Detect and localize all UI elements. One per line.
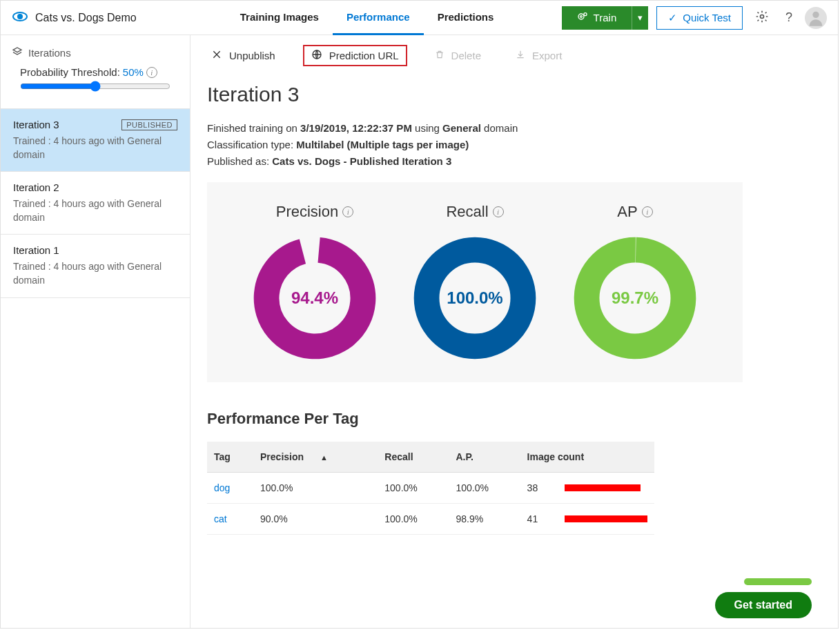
iteration-name: Iteration 3 (13, 119, 59, 130)
iteration-name: Iteration 2 (13, 181, 59, 193)
iteration-item-2[interactable]: Iteration 2 Trained : 4 hours ago with G… (1, 172, 190, 235)
check-icon: ✓ (668, 12, 677, 24)
info-icon[interactable]: i (493, 206, 504, 217)
logo-eye-icon (12, 8, 28, 28)
iteration-subtitle: Trained : 4 hours ago with General domai… (13, 197, 177, 224)
sort-asc-icon: ▲ (320, 453, 328, 462)
svg-point-4 (584, 13, 587, 16)
threshold-slider[interactable] (20, 81, 170, 92)
project-title: Cats vs. Dogs Demo (35, 12, 137, 24)
trash-icon (435, 49, 445, 62)
delete-label: Delete (451, 50, 481, 61)
gear-run-icon (577, 11, 588, 24)
iteration-list: Iteration 3 PUBLISHED Trained : 4 hours … (1, 108, 190, 298)
cell-count: 41 (520, 504, 558, 535)
table-header-row: Tag Precision▲ Recall A.P. Image count (207, 442, 654, 473)
meta-text: domain (481, 122, 518, 134)
export-action: Export (509, 46, 569, 65)
help-icon: ? (785, 10, 792, 24)
quick-test-button[interactable]: ✓ Quick Test (656, 6, 743, 30)
get-started-panel: Get started (715, 578, 812, 618)
col-image-count[interactable]: Image count (520, 442, 654, 473)
prediction-url-label: Prediction URL (329, 50, 399, 61)
ap-donut: 99.7% (572, 235, 699, 362)
precision-value: 94.4% (251, 235, 378, 362)
caret-down-icon: ▾ (638, 12, 643, 23)
tab-performance[interactable]: Performance (333, 1, 424, 35)
user-avatar[interactable] (805, 7, 827, 29)
iteration-subtitle: Trained : 4 hours ago with General domai… (13, 135, 177, 161)
recall-label: Recall (446, 203, 488, 221)
settings-button[interactable] (751, 6, 773, 30)
col-precision-label: Precision (260, 451, 304, 462)
app-header: Cats vs. Dogs Demo Training Images Perfo… (1, 1, 838, 35)
precision-label: Precision (276, 203, 338, 221)
person-icon (806, 8, 826, 28)
meta-date: 3/19/2019, 12:22:37 PM (300, 122, 412, 134)
iteration-item-3[interactable]: Iteration 3 PUBLISHED Trained : 4 hours … (1, 109, 190, 172)
tab-predictions[interactable]: Predictions (424, 1, 508, 35)
svg-point-5 (760, 15, 763, 19)
train-button-label: Train (594, 12, 617, 23)
info-icon[interactable]: i (146, 67, 157, 78)
action-bar: Unpublish Prediction URL Delete (191, 35, 838, 76)
cell-recall: 100.0% (378, 504, 449, 535)
prediction-url-action[interactable]: Prediction URL (303, 45, 407, 66)
recall-donut: 100.0% (411, 235, 538, 362)
metrics-panel: Precisioni 94.4% Recalli (207, 182, 743, 382)
table-row: dog 100.0% 100.0% 100.0% 38 (207, 473, 654, 504)
info-icon[interactable]: i (642, 206, 653, 217)
meta-published-name: Cats vs. Dogs - Published Iteration 3 (272, 155, 451, 167)
svg-point-1 (18, 14, 22, 19)
download-icon (516, 49, 525, 62)
iteration-item-1[interactable]: Iteration 1 Trained : 4 hours ago with G… (1, 235, 190, 297)
train-button[interactable]: Train (562, 6, 632, 30)
quick-test-label: Quick Test (683, 12, 731, 23)
cell-count: 38 (520, 473, 558, 504)
tag-link-dog[interactable]: dog (214, 482, 230, 493)
meta-domain: General (442, 122, 481, 134)
threshold-value: 50% (123, 66, 144, 78)
cell-count-bar (558, 504, 654, 535)
iteration-metadata: Finished training on 3/19/2019, 12:22:37… (191, 120, 838, 182)
info-icon[interactable]: i (342, 206, 353, 217)
sidebar-title: Iterations (28, 47, 71, 59)
train-dropdown[interactable]: ▾ (632, 6, 648, 30)
close-icon (211, 49, 222, 62)
col-recall[interactable]: Recall (378, 442, 449, 473)
cell-recall: 100.0% (378, 473, 449, 504)
cell-precision: 100.0% (253, 473, 378, 504)
gear-icon (755, 15, 769, 26)
meta-text: using (412, 122, 442, 134)
perf-per-tag-title: Performance Per Tag (191, 410, 838, 442)
unpublish-action[interactable]: Unpublish (204, 46, 282, 65)
help-button[interactable]: ? (781, 6, 797, 29)
tab-training-images[interactable]: Training Images (226, 1, 333, 35)
tag-link-cat[interactable]: cat (214, 513, 227, 524)
export-label: Export (532, 50, 562, 61)
train-button-group: Train ▾ (562, 6, 649, 30)
ap-metric: APi 99.7% (572, 203, 699, 362)
ap-value: 99.7% (572, 235, 699, 362)
perf-per-tag-table: Tag Precision▲ Recall A.P. Image count d… (207, 442, 654, 535)
count-bar (565, 515, 647, 522)
threshold-label: Probability Threshold: (20, 66, 120, 78)
iteration-subtitle: Trained : 4 hours ago with General domai… (13, 260, 177, 287)
cell-ap: 98.9% (449, 504, 520, 535)
table-row: cat 90.0% 100.0% 98.9% 41 (207, 504, 654, 535)
get-started-button[interactable]: Get started (715, 592, 812, 618)
recall-metric: Recalli 100.0% (411, 203, 538, 362)
layers-icon (12, 46, 23, 59)
svg-point-3 (580, 16, 582, 18)
meta-text: Classification type: (207, 139, 296, 150)
page-title: Iteration 3 (191, 76, 838, 120)
globe-icon (311, 49, 322, 62)
col-precision[interactable]: Precision▲ (253, 442, 378, 473)
unpublish-label: Unpublish (229, 50, 275, 61)
cell-precision: 90.0% (253, 504, 378, 535)
published-badge: PUBLISHED (121, 119, 177, 130)
col-ap[interactable]: A.P. (449, 442, 520, 473)
ap-label: AP (617, 203, 637, 221)
content-area: Unpublish Prediction URL Delete (191, 35, 838, 628)
col-tag[interactable]: Tag (207, 442, 253, 473)
